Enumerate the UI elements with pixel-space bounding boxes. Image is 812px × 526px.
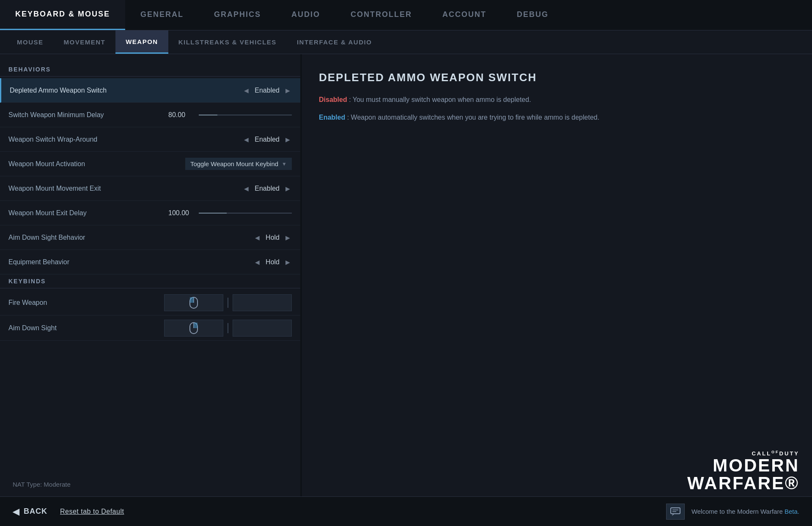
chat-button[interactable] xyxy=(666,504,685,520)
bottom-right: Welcome to the Modern Warfare Beta. xyxy=(666,504,799,520)
tab-account[interactable]: ACCOUNT xyxy=(427,0,502,30)
dropdown-arrow-icon: ▼ xyxy=(282,161,287,167)
setting-name-mount-exit-delay: Weapon Mount Exit Delay xyxy=(8,209,168,217)
keybinds-label: KEYBINDS xyxy=(0,274,300,288)
info-disabled-text: : You must manually switch weapon when a… xyxy=(349,96,531,103)
svg-rect-2 xyxy=(190,297,194,303)
setting-name-mount-exit: Weapon Mount Movement Exit xyxy=(8,185,242,192)
setting-switch-delay[interactable]: Switch Weapon Minimum Delay 80.00 xyxy=(0,103,300,127)
info-panel: DEPLETED AMMO WEAPON SWITCH Disabled : Y… xyxy=(302,54,812,496)
info-desc-enabled: Enabled : Weapon automatically switches … xyxy=(319,112,795,123)
cod-logo: CALLOFDUTY MODERN WARFARE® xyxy=(687,450,799,492)
setting-name-mount-activation: Weapon Mount Activation xyxy=(8,160,185,168)
arrow-left-wrap-around[interactable]: ◀ xyxy=(242,134,250,145)
behaviors-label: BEHAVIORS xyxy=(0,63,300,77)
keybind-divider-fire xyxy=(228,298,228,308)
tab-audio[interactable]: AUDIO xyxy=(276,0,335,30)
slider-fill-switch-delay xyxy=(199,115,217,115)
keybind-divider-aim xyxy=(228,323,228,333)
arrow-left-depleted-ammo[interactable]: ◀ xyxy=(242,85,250,96)
arrow-left-mount-exit[interactable]: ◀ xyxy=(242,184,250,194)
setting-aim-down-sight[interactable]: Aim Down Sight Behavior ◀ Hold ▶ xyxy=(0,225,300,250)
subtab-killstreaks[interactable]: KILLSTREAKS & VEHICLES xyxy=(168,30,287,54)
chat-icon xyxy=(670,507,680,516)
tab-keyboard-mouse[interactable]: KEYBOARD & MOUSE xyxy=(0,0,125,30)
setting-mount-exit-delay[interactable]: Weapon Mount Exit Delay 100.00 xyxy=(0,201,300,225)
arrow-left-equipment[interactable]: ◀ xyxy=(253,257,261,267)
mouse-right-click-icon xyxy=(189,322,198,334)
back-label: Back xyxy=(24,507,47,516)
keybind-slot-fire-2[interactable] xyxy=(233,294,292,311)
info-enabled-text: : Weapon automatically switches when you… xyxy=(347,114,599,121)
setting-value-depleted-ammo: ◀ Enabled ▶ xyxy=(242,85,292,96)
setting-name-depleted-ammo: Depleted Ammo Weapon Switch xyxy=(10,87,242,94)
nat-type: NAT Type: Moderate xyxy=(13,481,71,488)
bottom-bar: ◀ Back Reset tab to Default Welcome to t… xyxy=(0,496,812,526)
setting-name-aim-down-sight: Aim Down Sight Behavior xyxy=(8,234,253,241)
top-navigation: KEYBOARD & MOUSE GENERAL GRAPHICS AUDIO … xyxy=(0,0,812,30)
setting-name-wrap-around: Weapon Switch Wrap-Around xyxy=(8,136,242,143)
cod-warfare-text: WARFARE® xyxy=(687,474,799,492)
setting-name-equipment: Equipment Behavior xyxy=(8,258,253,266)
setting-value-switch-delay: 80.00 xyxy=(168,111,292,119)
back-arrow-icon: ◀ xyxy=(13,507,19,517)
setting-depleted-ammo[interactable]: Depleted Ammo Weapon Switch ◀ Enabled ▶ xyxy=(0,78,300,103)
setting-mount-exit[interactable]: Weapon Mount Movement Exit ◀ Enabled ▶ xyxy=(0,176,300,201)
slider-value-mount-exit-delay: 100.00 xyxy=(168,209,194,217)
slider-track-mount-exit-delay[interactable] xyxy=(199,213,292,214)
sub-navigation: MOUSE MOVEMENT WEAPON KILLSTREAKS & VEHI… xyxy=(0,30,812,54)
keybind-fire-weapon[interactable]: Fire Weapon xyxy=(0,290,300,315)
keybind-slot-fire-1[interactable] xyxy=(164,294,223,311)
svg-rect-5 xyxy=(194,323,198,328)
keybind-slot-aim-2[interactable] xyxy=(233,320,292,337)
tab-debug[interactable]: DEBUG xyxy=(502,0,564,30)
cod-modern-text: MODERN xyxy=(713,457,799,474)
arrow-right-mount-exit[interactable]: ▶ xyxy=(284,184,292,194)
setting-mount-activation[interactable]: Weapon Mount Activation Toggle Weapon Mo… xyxy=(0,152,300,176)
keybind-slots-fire-weapon xyxy=(164,294,292,311)
setting-value-equipment: ◀ Hold ▶ xyxy=(253,257,292,267)
info-disabled-keyword: Disabled xyxy=(319,96,347,103)
arrow-right-wrap-around[interactable]: ▶ xyxy=(284,134,292,145)
svg-rect-6 xyxy=(671,508,680,514)
slider-fill-mount-exit-delay xyxy=(199,213,227,214)
info-enabled-keyword: Enabled xyxy=(319,114,345,121)
slider-track-switch-delay[interactable] xyxy=(199,115,292,115)
info-desc-disabled: Disabled : You must manually switch weap… xyxy=(319,94,795,105)
subtab-weapon[interactable]: WEAPON xyxy=(115,30,168,54)
keybind-aim-down-sight[interactable]: Aim Down Sight xyxy=(0,315,300,341)
setting-value-aim-down-sight: ◀ Hold ▶ xyxy=(253,233,292,243)
main-content: BEHAVIORS Depleted Ammo Weapon Switch ◀ … xyxy=(0,54,812,496)
keybind-slot-aim-1[interactable] xyxy=(164,320,223,337)
setting-wrap-around[interactable]: Weapon Switch Wrap-Around ◀ Enabled ▶ xyxy=(0,127,300,152)
arrow-right-aim-down[interactable]: ▶ xyxy=(284,233,292,243)
setting-equipment[interactable]: Equipment Behavior ◀ Hold ▶ xyxy=(0,250,300,274)
welcome-beta: Beta. xyxy=(785,508,799,515)
tab-general[interactable]: GENERAL xyxy=(125,0,199,30)
subtab-interface-audio[interactable]: INTERFACE & AUDIO xyxy=(287,30,382,54)
back-button[interactable]: ◀ Back xyxy=(13,507,47,517)
tab-controller[interactable]: CONTROLLER xyxy=(335,0,427,30)
slider-value-switch-delay: 80.00 xyxy=(168,111,194,119)
subtab-mouse[interactable]: MOUSE xyxy=(7,30,54,54)
keybind-name-aim-down-sight: Aim Down Sight xyxy=(8,324,164,332)
setting-value-wrap-around: ◀ Enabled ▶ xyxy=(242,134,292,145)
tab-graphics[interactable]: GRAPHICS xyxy=(199,0,276,30)
subtab-movement[interactable]: MOVEMENT xyxy=(54,30,116,54)
arrow-left-aim-down[interactable]: ◀ xyxy=(253,233,261,243)
keybind-slots-aim-down xyxy=(164,320,292,337)
welcome-message: Welcome to the Modern Warfare Beta. xyxy=(691,508,799,515)
info-title: DEPLETED AMMO WEAPON SWITCH xyxy=(319,71,795,84)
setting-name-switch-delay: Switch Weapon Minimum Delay xyxy=(8,111,168,119)
settings-panel: BEHAVIORS Depleted Ammo Weapon Switch ◀ … xyxy=(0,54,300,496)
dropdown-value-mount-activation: Toggle Weapon Mount Keybind xyxy=(190,160,278,167)
reset-button[interactable]: Reset tab to Default xyxy=(60,508,124,515)
setting-value-mount-exit-delay: 100.00 xyxy=(168,209,292,217)
keybind-name-fire-weapon: Fire Weapon xyxy=(8,299,164,307)
dropdown-mount-activation[interactable]: Toggle Weapon Mount Keybind ▼ xyxy=(185,158,292,170)
mouse-left-click-icon xyxy=(189,297,198,309)
arrow-right-depleted-ammo[interactable]: ▶ xyxy=(284,85,292,96)
setting-value-mount-exit: ◀ Enabled ▶ xyxy=(242,184,292,194)
arrow-right-equipment[interactable]: ▶ xyxy=(284,257,292,267)
